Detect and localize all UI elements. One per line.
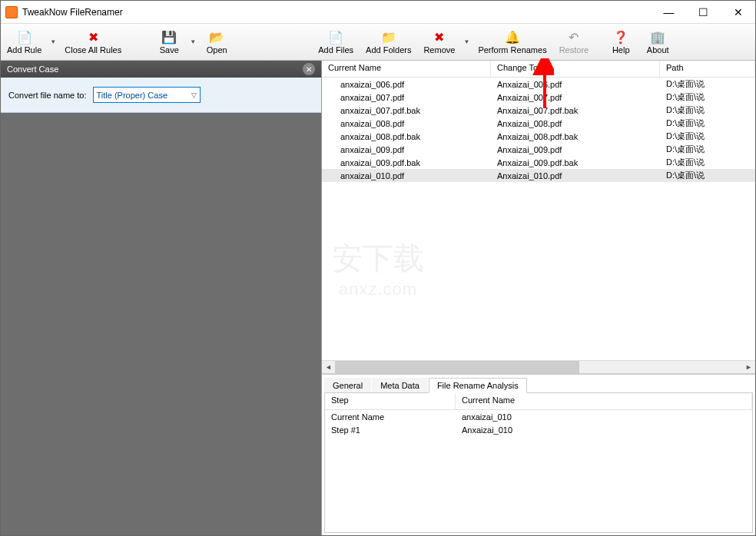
rules-panel: Convert Case ✕ Convert file name to: Tit… xyxy=(1,61,322,535)
tab-meta-data[interactable]: Meta Data xyxy=(372,378,428,392)
cell-change-to: Anxaizai_009.pdf.bak xyxy=(491,157,660,168)
cell-step: Current Name xyxy=(325,412,456,422)
remove-icon: ✖ xyxy=(432,29,447,45)
cell-current-name: anxaizai_008.pdf xyxy=(322,118,491,129)
rule-panel-header: Convert Case ✕ xyxy=(1,61,321,78)
case-type-select[interactable]: Title (Proper) Case ▽ xyxy=(93,87,201,103)
cell-change-to: Anxaizai_009.pdf xyxy=(491,144,660,155)
details-tabs: General Meta Data File Rename Analysis xyxy=(322,375,755,392)
save-icon: 💾 xyxy=(161,29,177,45)
cell-path: D:\桌面\说 xyxy=(660,117,755,130)
col-path[interactable]: Path xyxy=(660,61,755,77)
tab-general[interactable]: General xyxy=(324,378,371,392)
analysis-rows: Current Nameanxaizai_010Step #1Anxaizai_… xyxy=(325,410,752,436)
cell-current-name: anxaizai_010.pdf xyxy=(322,170,491,181)
analysis-content: Step Current Name Current Nameanxaizai_0… xyxy=(324,392,753,533)
close-all-rules-icon: ✖ xyxy=(85,29,101,45)
cell-path: D:\桌面\说 xyxy=(660,156,755,169)
add-rule-button[interactable]: 📄 Add Rule xyxy=(1,24,48,60)
scroll-thumb[interactable] xyxy=(335,361,579,374)
col-current-name[interactable]: Current Name xyxy=(322,61,491,77)
rule-panel-close-icon[interactable]: ✕ xyxy=(303,63,315,75)
remove-button[interactable]: ✖ Remove xyxy=(417,24,461,60)
analysis-col-step[interactable]: Step xyxy=(325,393,456,409)
table-row[interactable]: anxaizai_007.pdfAnxaizai_007.pdfD:\桌面\说 xyxy=(322,91,755,104)
app-icon xyxy=(5,6,18,18)
chevron-down-icon: ▽ xyxy=(191,91,197,99)
cell-path: D:\桌面\说 xyxy=(660,143,755,156)
tab-file-rename-analysis[interactable]: File Rename Analysis xyxy=(429,378,527,393)
scroll-right-icon[interactable]: ► xyxy=(742,361,755,374)
add-rule-dropdown[interactable]: ▼ xyxy=(48,24,58,60)
add-rule-icon: 📄 xyxy=(17,29,32,45)
cell-change-to: Anxaizai_010.pdf xyxy=(491,170,660,181)
maximize-button[interactable]: ☐ xyxy=(686,1,721,23)
file-list-panel: Current Name Change To Path anxaizai_006… xyxy=(322,61,755,535)
table-row[interactable]: anxaizai_008.pdf.bakAnxaizai_008.pdf.bak… xyxy=(322,130,755,143)
table-row[interactable]: anxaizai_008.pdfAnxaizai_008.pdfD:\桌面\说 xyxy=(322,117,755,130)
add-files-button[interactable]: 📄 Add Files xyxy=(312,24,360,60)
analysis-row[interactable]: Step #1Anxaizai_010 xyxy=(325,423,752,436)
cell-current-name: anxaizai_009.pdf xyxy=(322,144,491,155)
toolbar: 📄 Add Rule ▼ ✖ Close All Rules 💾 Save ▼ … xyxy=(1,24,755,61)
cell-value: Anxaizai_010 xyxy=(456,425,752,435)
cell-value: anxaizai_010 xyxy=(456,412,752,422)
about-icon: 🏢 xyxy=(650,29,665,45)
file-list: Current Name Change To Path anxaizai_006… xyxy=(322,61,755,374)
help-button[interactable]: ❓ Help xyxy=(602,24,639,60)
cell-current-name: anxaizai_007.pdf xyxy=(322,92,491,103)
app-window: TweakNow FileRenamer — ☐ ✕ 📄 Add Rule ▼ … xyxy=(0,0,756,536)
help-icon: ❓ xyxy=(613,29,628,45)
analysis-col-current-name[interactable]: Current Name xyxy=(456,393,752,409)
cell-path: D:\桌面\说 xyxy=(660,169,755,182)
cell-path: D:\桌面\说 xyxy=(660,91,755,104)
scroll-track[interactable] xyxy=(335,361,742,374)
open-button[interactable]: 📂 Open xyxy=(198,24,235,60)
cell-current-name: anxaizai_006.pdf xyxy=(322,79,491,90)
save-dropdown[interactable]: ▼ xyxy=(187,24,198,60)
save-button[interactable]: 💾 Save xyxy=(151,24,187,60)
open-icon: 📂 xyxy=(209,29,224,45)
table-row[interactable]: anxaizai_009.pdfAnxaizai_009.pdfD:\桌面\说 xyxy=(322,143,755,156)
cell-path: D:\桌面\说 xyxy=(660,130,755,143)
details-panel: General Meta Data File Rename Analysis S… xyxy=(322,374,755,535)
cell-path: D:\桌面\说 xyxy=(660,104,755,117)
cell-change-to: Anxaizai_007.pdf.bak xyxy=(491,105,660,116)
table-row[interactable]: anxaizai_007.pdf.bakAnxaizai_007.pdf.bak… xyxy=(322,104,755,117)
perform-renames-button[interactable]: 🔔 Perform Renames xyxy=(472,24,552,60)
window-controls: — ☐ ✕ xyxy=(652,1,755,23)
horizontal-scrollbar[interactable]: ◄ ► xyxy=(322,360,755,373)
minimize-button[interactable]: — xyxy=(652,1,686,23)
scroll-left-icon[interactable]: ◄ xyxy=(322,361,335,374)
restore-icon: ↶ xyxy=(566,29,582,45)
perform-renames-icon: 🔔 xyxy=(505,29,520,45)
close-all-rules-button[interactable]: ✖ Close All Rules xyxy=(58,24,128,60)
about-button[interactable]: 🏢 About xyxy=(639,24,676,60)
remove-dropdown[interactable]: ▼ xyxy=(461,24,472,60)
rule-panel-title: Convert Case xyxy=(7,65,303,74)
table-row[interactable]: anxaizai_009.pdf.bakAnxaizai_009.pdf.bak… xyxy=(322,156,755,169)
titlebar: TweakNow FileRenamer — ☐ ✕ xyxy=(1,1,755,24)
cell-step: Step #1 xyxy=(325,425,456,435)
rule-label: Convert file name to: xyxy=(8,91,87,100)
add-files-icon: 📄 xyxy=(328,29,343,45)
cell-current-name: anxaizai_009.pdf.bak xyxy=(322,157,491,168)
main-content: Convert Case ✕ Convert file name to: Tit… xyxy=(1,61,755,535)
add-folders-button[interactable]: 📁 Add Folders xyxy=(360,24,417,60)
cell-change-to: Anxaizai_008.pdf xyxy=(491,118,660,129)
analysis-row[interactable]: Current Nameanxaizai_010 xyxy=(325,410,752,423)
case-type-value: Title (Proper) Case xyxy=(97,91,168,100)
restore-button[interactable]: ↶ Restore xyxy=(553,24,595,60)
add-folders-icon: 📁 xyxy=(381,29,396,45)
col-change-to[interactable]: Change To xyxy=(491,61,660,77)
cell-current-name: anxaizai_007.pdf.bak xyxy=(322,105,491,116)
file-rows: anxaizai_006.pdfAnxaizai_006.pdfD:\桌面\说a… xyxy=(322,78,755,360)
table-row[interactable]: anxaizai_010.pdfAnxaizai_010.pdfD:\桌面\说 xyxy=(322,169,755,182)
table-row[interactable]: anxaizai_006.pdfAnxaizai_006.pdfD:\桌面\说 xyxy=(322,78,755,91)
window-title: TweakNow FileRenamer xyxy=(22,7,652,18)
cell-current-name: anxaizai_008.pdf.bak xyxy=(322,131,491,142)
cell-change-to: Anxaizai_006.pdf xyxy=(491,79,660,90)
cell-path: D:\桌面\说 xyxy=(660,78,755,91)
close-button[interactable]: ✕ xyxy=(721,1,755,23)
column-headers: Current Name Change To Path xyxy=(322,61,755,78)
